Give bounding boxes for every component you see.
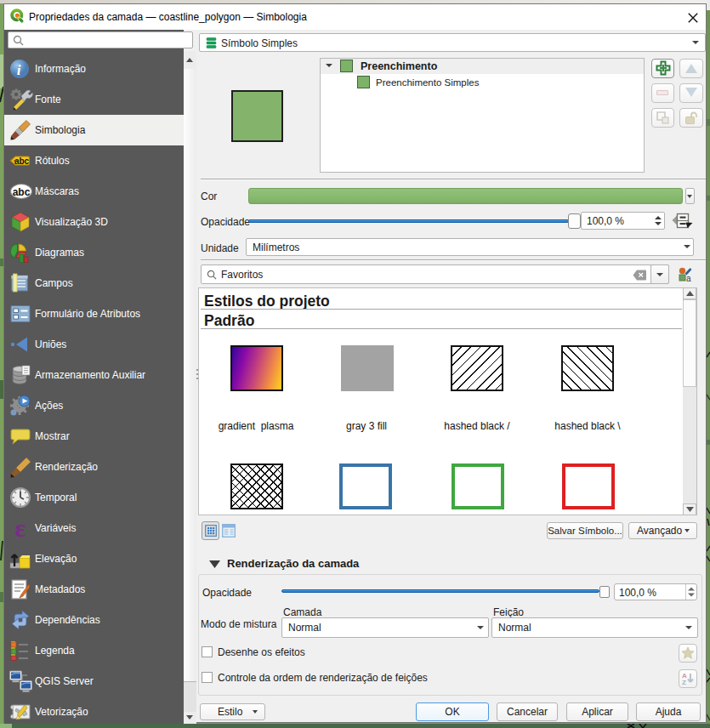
svg-text:ε: ε bbox=[15, 514, 26, 542]
svg-text:Z: Z bbox=[682, 679, 686, 686]
svg-text:abc: abc bbox=[14, 156, 30, 166]
svg-text:a: a bbox=[686, 274, 691, 283]
svg-text:abc: abc bbox=[13, 186, 31, 198]
svg-text:i: i bbox=[17, 62, 21, 78]
